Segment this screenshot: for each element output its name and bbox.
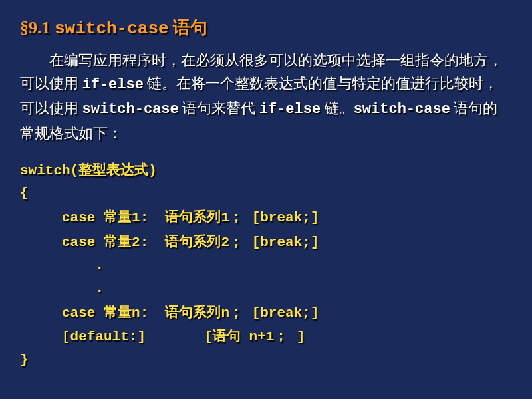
- code-l6: .: [20, 281, 104, 296]
- title-section: §9.1: [20, 18, 51, 37]
- body-paragraph: 在编写应用程序时，在必须从很多可以的选项中选择一组指令的地方，可以使用 if-e…: [20, 49, 512, 145]
- code-l7a: case: [20, 305, 104, 321]
- code-l8b: 语句: [213, 328, 241, 344]
- code-l8d: ；: [274, 328, 288, 344]
- code-l7c: n:: [132, 305, 165, 321]
- code-l7g: [break;]: [243, 305, 319, 321]
- code-l8e: ]: [288, 329, 305, 344]
- slide-title: §9.1 switch-case 语句: [20, 16, 512, 39]
- code-l4b: 常量: [104, 233, 132, 249]
- title-label: 语句: [173, 18, 207, 37]
- code-l3d: 语句系列: [165, 209, 221, 225]
- title-code: switch-case: [55, 19, 169, 39]
- para-t4: 链。: [321, 100, 354, 116]
- indent: [20, 49, 49, 72]
- code-l7b: 常量: [104, 304, 132, 320]
- code-l3f: ；: [229, 209, 243, 225]
- code-l3e: 1: [221, 210, 229, 225]
- code-l1a: switch(: [20, 163, 78, 178]
- para-c1: if-else: [82, 76, 144, 93]
- code-l4g: [break;]: [243, 235, 319, 250]
- code-l2: {: [20, 186, 29, 201]
- code-l4d: 语句系列: [165, 233, 221, 249]
- code-l7e: n: [221, 305, 229, 321]
- para-t3: 语句来替代: [179, 100, 259, 116]
- code-l5: .: [20, 257, 104, 273]
- code-l3a: case: [20, 210, 104, 225]
- code-l4f: ；: [229, 233, 243, 249]
- code-l8c: n+1: [241, 329, 274, 344]
- para-c4: switch-case: [354, 101, 450, 118]
- code-l4a: case: [20, 235, 104, 250]
- code-l7f: ；: [229, 304, 243, 320]
- para-c3: if-else: [259, 101, 321, 118]
- code-l1c: ): [148, 163, 157, 178]
- code-l1b: 整型表达式: [78, 162, 148, 178]
- code-block: switch(整型表达式) { case 常量1: 语句系列1； [break;…: [20, 158, 512, 372]
- code-l8a: [default:] [: [20, 329, 213, 344]
- code-l4c: 2:: [132, 235, 165, 250]
- code-l9: }: [20, 352, 29, 368]
- slide: §9.1 switch-case 语句 在编写应用程序时，在必须从很多可以的选项…: [0, 0, 532, 399]
- code-l4e: 2: [221, 235, 229, 250]
- para-c2: switch-case: [82, 101, 179, 118]
- code-l7d: 语句系列: [165, 304, 221, 320]
- code-l3c: 1:: [132, 210, 165, 225]
- code-l3g: [break;]: [243, 210, 319, 225]
- code-l3b: 常量: [104, 209, 132, 225]
